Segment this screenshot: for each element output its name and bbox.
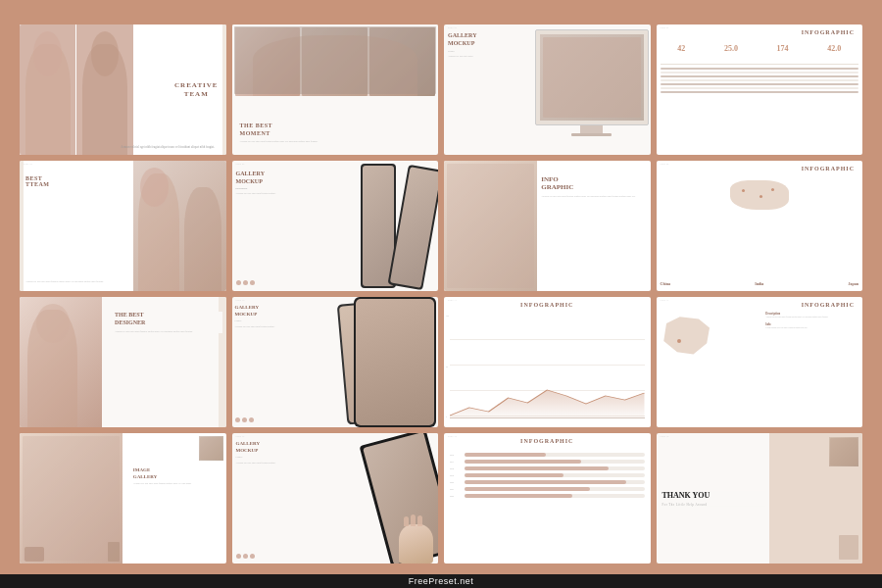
bar-track-5 (465, 480, 645, 484)
slide-best-designer: Slide 09 THE BEST DESIGNER Aenean vel ni… (20, 297, 226, 427)
chart-baseline (450, 417, 645, 418)
description-label: Description (236, 187, 276, 190)
text-row-1 (661, 68, 859, 70)
slide-gallery-mockup-phones: Slide 06 GALLERY MOCKUP Description Aene… (232, 161, 439, 291)
slide-title: GALLERY MOCKUP (236, 171, 276, 186)
slide-title: THE BEST DESIGNER (115, 312, 221, 327)
bar-row-7: 2022 (450, 494, 645, 498)
infographic-title: INFOGRAPHIC (802, 302, 855, 308)
body-text: Aenean vel nisl eget nibh feugiat alique… (25, 280, 119, 284)
social-icon-3 (250, 554, 255, 559)
social-icon-2 (243, 554, 248, 559)
social-icon-2 (243, 280, 248, 285)
bar-track-1 (465, 453, 645, 457)
body-text: Aenean vel nisl eget nibh feugiat alique… (115, 330, 221, 334)
social-icon-1 (235, 417, 240, 422)
map-dot-3 (771, 188, 774, 191)
map-dot (677, 339, 681, 343)
slide-gallery-mockup-monitor: Slide 03 GALLERY MOCKUP Frame: Aenean ve… (444, 24, 651, 155)
slide-infographic-stats: Slide 04 INFOGRAPHIC 42 25.0 174 (657, 24, 863, 155)
aus-shape (662, 315, 715, 359)
map-shape (730, 180, 789, 210)
social-icon-1 (236, 280, 241, 285)
monitor-base (571, 133, 612, 136)
bar-track-6 (465, 487, 645, 491)
slides-grid: Slide 01 CREATIVE TE (10, 15, 872, 573)
slide-best-team: Slide 05 BEST TTEAM Aenean vel nisl eget… (20, 161, 226, 291)
bar-row-5: 2020 (450, 480, 645, 484)
text-area: GALLERY MOCKUP Description Aenean vel ni… (236, 171, 276, 195)
region-2: India (755, 281, 763, 286)
monitor-stand (580, 125, 603, 133)
bar-fill-4 (465, 473, 564, 477)
monitor-screen (540, 34, 644, 121)
text-row-7 (661, 91, 859, 93)
hand (399, 524, 433, 564)
photo (133, 161, 226, 291)
title-area: THE BEST DESIGNER Aenean vel nisl eget n… (115, 312, 221, 333)
text-block-2: Info Lorem ipsum dolor sit amet consectu… (765, 322, 858, 329)
slide-label-8: Slide 08 (661, 163, 669, 165)
slide-best-moment: Slide 02 THE BEST MOMENT (232, 24, 439, 155)
slide-infographic-australia: Slide 12 INFOGRAPHIC Description Aenean … (657, 297, 863, 427)
bar-fill-3 (465, 466, 609, 470)
slide-infographic-chart: Slide 11 INFOGRAPHIC (444, 297, 651, 427)
social-icon-3 (249, 417, 254, 422)
text-row-6 (661, 87, 859, 89)
slide-label-5: Slide 05 (24, 163, 32, 165)
top-photos (232, 24, 439, 96)
bar-row-6: 2021 (450, 487, 645, 491)
slide-title: GALLERY MOCKUP (448, 32, 476, 48)
photo-1 (20, 24, 75, 155)
bar-track-3 (465, 466, 645, 470)
photo (20, 297, 102, 427)
tablet-area (335, 433, 438, 564)
region-1: China (661, 281, 670, 286)
left-image (444, 161, 537, 291)
stat-num-3: 174 (777, 44, 789, 53)
decorative-photo (839, 535, 858, 560)
y-label-bot: 0 (446, 416, 449, 417)
bars-section: 2016 2017 2018 2019 (450, 453, 645, 554)
slide-creative-team: Slide 01 CREATIVE TE (20, 24, 226, 155)
title-area: INFO GRAPHIC Aenean vel nisl eget nibh f… (541, 175, 644, 199)
stat-num-2: 25.0 (724, 44, 738, 53)
bar-row-3: 2018 (450, 466, 645, 470)
slide-infographic-bars: Slide 15 INFOGRAPHIC 2016 2017 2018 (444, 433, 651, 564)
phone-screen-2 (390, 167, 438, 288)
chart-area (450, 378, 645, 417)
text-blocks: Description Aenean vel nisl eget nibh fe… (765, 312, 858, 333)
thank-you-subtitle: For The Little Help Around (662, 503, 765, 507)
slide-label-4: Slide 04 (661, 26, 669, 28)
photo-2 (76, 24, 132, 155)
monitor-shell (535, 29, 649, 125)
left-photo (20, 433, 122, 564)
y-label-top: 100 (446, 315, 449, 317)
stat-1: 42 (677, 44, 685, 53)
body-text: Aenean vel nisl eget nibh feugiat alique… (240, 140, 318, 144)
stat-2: 25.0 (724, 44, 738, 53)
phone-front-screen (356, 299, 434, 425)
slide-label-16: Slide 16 (661, 435, 669, 437)
social-icon-2 (242, 417, 247, 422)
slide-image-gallery: Slide 13 IMAGE GALLERY Aenean vel nisl e… (20, 433, 226, 564)
australia-map (662, 315, 715, 359)
slide-label-6: Slide 06 (236, 163, 245, 165)
slide-title: BEST TTEAM (25, 175, 50, 187)
body-text: Aenean vel nisl eget nibh feugiat alique… (236, 462, 276, 466)
phone-area (361, 164, 433, 288)
body-text: Aenean vel nisl eget nibh feugiat alique… (765, 316, 858, 318)
slide-label-12: Slide 12 (661, 299, 669, 301)
bar-fill-5 (465, 480, 626, 484)
text-row-5 (661, 83, 859, 85)
bar-track-2 (465, 460, 645, 464)
text-area: GALLERY MOCKUP Frame: Aenean vel nisl eg… (236, 441, 276, 465)
watermark: FreePreset.net (0, 574, 882, 588)
frame-label: Frame: (448, 50, 476, 54)
bar-row-4: 2019 (450, 473, 645, 477)
slide-infographic-image: Slide 07 INFO GRAPHIC Aenean vel nisl eg… (444, 161, 651, 291)
small-photo (199, 436, 223, 461)
main-container: Slide 01 CREATIVE TE (0, 0, 882, 588)
text-area: GALLERY MOCKUP Frame: Aenean vel nisl eg… (235, 305, 275, 328)
map-dot-1 (742, 189, 745, 192)
